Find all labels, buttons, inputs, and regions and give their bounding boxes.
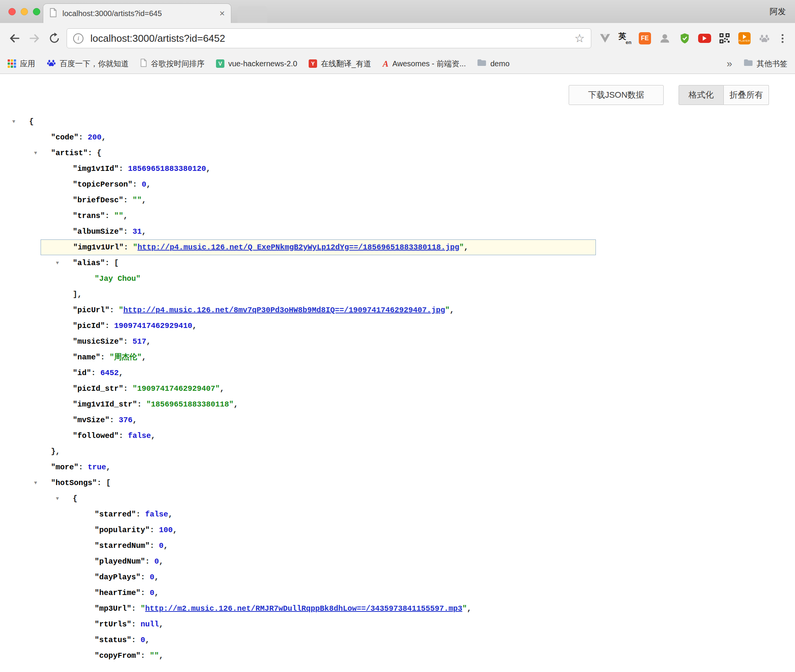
json-colon: : bbox=[79, 463, 88, 472]
json-punctuation: [ bbox=[106, 479, 111, 487]
bookmark-star-icon[interactable]: ☆ bbox=[574, 33, 585, 44]
apps-grid-icon bbox=[8, 59, 16, 68]
json-colon: : bbox=[150, 526, 159, 534]
json-line: "more": true, bbox=[0, 459, 795, 475]
json-key: "trans" bbox=[73, 211, 105, 220]
json-value-number: 517 bbox=[132, 337, 146, 346]
json-punctuation: , bbox=[206, 164, 211, 173]
bookmark-apps[interactable]: 应用 bbox=[8, 59, 35, 69]
profile-name[interactable]: 阿发 bbox=[770, 0, 786, 23]
back-button[interactable] bbox=[5, 28, 25, 48]
json-colon: : bbox=[131, 604, 141, 613]
json-line: ▼{ bbox=[0, 491, 795, 506]
json-colon: : bbox=[141, 573, 150, 582]
bookmark-google-sort[interactable]: 谷歌按时间排序 bbox=[140, 59, 204, 69]
reload-button[interactable] bbox=[44, 28, 64, 48]
minimize-window-button[interactable] bbox=[21, 8, 28, 15]
youtube-extension-icon[interactable] bbox=[695, 28, 715, 48]
json-key: "artist" bbox=[51, 149, 88, 157]
json-value-number: 0 bbox=[154, 557, 159, 566]
bookmark-baidu[interactable]: 百度一下，你就知道 bbox=[47, 58, 129, 69]
bookmarks-overflow-chevron[interactable]: » bbox=[727, 58, 732, 70]
json-key: "img1v1Url" bbox=[73, 243, 124, 252]
bookmark-vue-hackernews[interactable]: V vue-hackernews-2.0 bbox=[216, 59, 297, 68]
bookmark-youdao-translate[interactable]: Y 在线翻译_有道 bbox=[309, 59, 371, 69]
collapse-toggle-icon[interactable]: ▼ bbox=[34, 145, 37, 161]
format-toggle-group: 格式化 折叠所有 bbox=[679, 85, 769, 105]
json-key: "hotSongs" bbox=[51, 479, 97, 487]
json-key: "code" bbox=[51, 133, 79, 142]
player-extension-icon[interactable]: PLAYER bbox=[734, 28, 754, 48]
json-value-number: 200 bbox=[88, 133, 101, 142]
json-colon: : bbox=[131, 636, 141, 644]
url-text[interactable]: localhost:3000/artists?id=6452 bbox=[90, 33, 574, 44]
translate-extension-icon[interactable]: 英 en bbox=[615, 28, 635, 48]
tab-close-icon[interactable]: × bbox=[219, 9, 225, 18]
download-json-button[interactable]: 下载JSON数据 bbox=[569, 85, 664, 105]
json-link[interactable]: http://p4.music.126.net/8mv7qP30Pd3oHW8b… bbox=[123, 306, 445, 315]
json-key: "popularity" bbox=[95, 526, 150, 534]
close-window-button[interactable] bbox=[8, 8, 16, 15]
collapse-toggle-icon[interactable]: ▼ bbox=[56, 255, 59, 271]
json-colon: : bbox=[132, 180, 142, 189]
json-key: "followed" bbox=[73, 431, 119, 440]
collapse-toggle-icon[interactable]: ▼ bbox=[56, 491, 59, 506]
json-punctuation: , bbox=[450, 306, 454, 315]
browser-tab[interactable]: localhost:3000/artists?id=645 × bbox=[43, 3, 231, 23]
json-value-number: 0 bbox=[141, 636, 145, 644]
browser-menu-button[interactable] bbox=[774, 28, 790, 48]
json-quote: " bbox=[141, 604, 145, 613]
collapse-toggle-icon[interactable]: ▼ bbox=[12, 114, 15, 129]
json-colon: : bbox=[105, 259, 114, 267]
new-tab-button[interactable] bbox=[237, 6, 267, 23]
format-button[interactable]: 格式化 bbox=[679, 85, 724, 105]
json-colon: : bbox=[141, 651, 150, 660]
json-punctuation: , bbox=[101, 133, 106, 142]
other-bookmarks-folder[interactable]: 其他书签 bbox=[744, 59, 787, 69]
zoom-window-button[interactable] bbox=[33, 8, 40, 15]
person-extension-icon[interactable] bbox=[655, 28, 675, 48]
vue-devtools-extension-icon[interactable] bbox=[595, 28, 615, 48]
json-value-string: "19097417462929407" bbox=[132, 384, 220, 393]
json-colon: : bbox=[91, 369, 100, 377]
forward-button[interactable] bbox=[25, 28, 44, 48]
json-line: "starred": false, bbox=[0, 506, 795, 522]
json-colon: : bbox=[131, 620, 141, 629]
json-key: "img1v1Id" bbox=[73, 164, 119, 173]
json-punctuation: , bbox=[164, 541, 168, 550]
json-value-number: 0 bbox=[159, 541, 164, 550]
json-punctuation: , bbox=[159, 620, 164, 629]
json-link[interactable]: http://p4.music.126.net/Q_ExePNkmgB2yWyL… bbox=[137, 243, 459, 252]
qrcode-extension-icon[interactable] bbox=[715, 28, 734, 48]
site-info-icon[interactable]: i bbox=[73, 33, 83, 44]
fehelper-extension-icon[interactable]: FE bbox=[635, 28, 655, 48]
collapse-toggle-icon[interactable]: ▼ bbox=[34, 475, 37, 491]
json-value-string: "" bbox=[150, 651, 159, 660]
json-tree: ▼{"code": 200,▼"artist": {"img1v1Id": 18… bbox=[0, 114, 795, 664]
json-punctuation: , bbox=[192, 321, 197, 330]
json-quote: " bbox=[445, 306, 450, 315]
bookmark-demo-folder[interactable]: demo bbox=[477, 59, 509, 68]
bookmark-awesomes[interactable]: A Awesomes - 前端资... bbox=[383, 59, 466, 69]
shield-extension-icon[interactable] bbox=[675, 28, 695, 48]
json-key: "copyFrom" bbox=[95, 651, 141, 660]
json-key: "mvSize" bbox=[73, 416, 110, 425]
folder-icon bbox=[477, 59, 486, 68]
json-punctuation: { bbox=[29, 117, 34, 126]
extensions-area: 英 en FE PLAYER bbox=[595, 28, 790, 48]
json-value-number: 0 bbox=[142, 180, 146, 189]
json-link[interactable]: http://m2.music.126.net/RMJR7wDullRqppBk… bbox=[145, 604, 462, 613]
json-value-number: 0 bbox=[150, 573, 154, 582]
json-line: "followed": false, bbox=[0, 428, 795, 444]
address-bar[interactable]: i localhost:3000/artists?id=6452 ☆ bbox=[67, 28, 591, 48]
awesomes-icon: A bbox=[383, 59, 388, 68]
json-key: "topicPerson" bbox=[73, 180, 132, 189]
json-punctuation: [ bbox=[114, 259, 119, 267]
collapse-all-button[interactable]: 折叠所有 bbox=[724, 85, 769, 105]
tab-strip: localhost:3000/artists?id=645 × 阿发 bbox=[0, 0, 795, 23]
json-value-string: "" bbox=[132, 196, 142, 205]
json-line: ▼{ bbox=[0, 114, 795, 129]
json-line: "hearTime": 0, bbox=[0, 585, 795, 601]
paw-extension-icon[interactable] bbox=[754, 28, 774, 48]
json-punctuation: , bbox=[159, 651, 164, 660]
